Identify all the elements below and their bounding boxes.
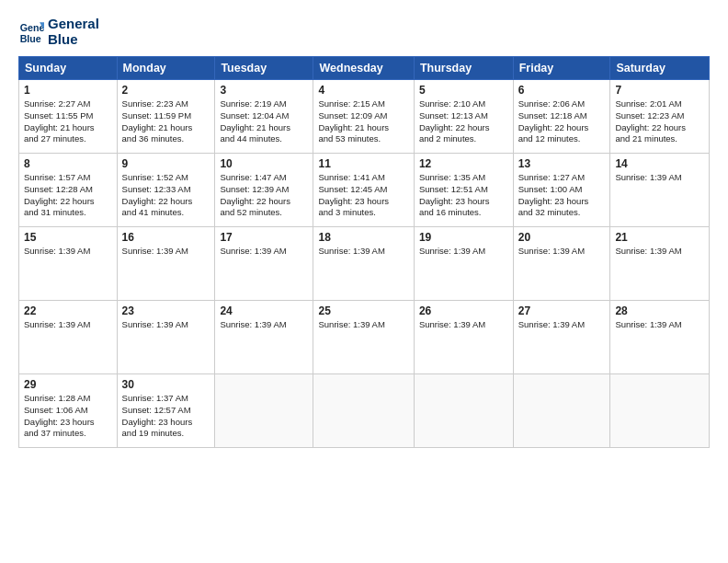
calendar-cell: 21Sunrise: 1:39 AM — [610, 227, 710, 301]
logo-icon: General Blue — [18, 19, 44, 45]
day-info: Sunrise: 1:39 AM — [518, 246, 606, 258]
day-info: Sunrise: 1:39 AM — [518, 319, 606, 331]
calendar-cell: 5Sunrise: 2:10 AM Sunset: 12:13 AM Dayli… — [414, 80, 513, 154]
calendar-cell: 28Sunrise: 1:39 AM — [610, 301, 710, 374]
calendar-cell — [215, 374, 313, 448]
day-info: Sunrise: 2:27 AM Sunset: 11:55 PM Daylig… — [24, 98, 112, 145]
calendar-cell: 10Sunrise: 1:47 AM Sunset: 12:39 AM Dayl… — [215, 154, 313, 227]
day-number: 16 — [122, 231, 210, 244]
day-number: 2 — [122, 84, 210, 97]
day-number: 1 — [24, 84, 112, 97]
day-number: 9 — [122, 157, 210, 170]
calendar-cell: 6Sunrise: 2:06 AM Sunset: 12:18 AM Dayli… — [513, 80, 610, 154]
page: General Blue General Blue SundayMondayTu… — [0, 0, 728, 563]
day-info: Sunrise: 1:37 AM Sunset: 12:57 AM Daylig… — [122, 393, 210, 440]
weekday-header-thursday: Thursday — [414, 57, 513, 80]
day-info: Sunrise: 2:23 AM Sunset: 11:59 PM Daylig… — [122, 98, 210, 145]
day-number: 25 — [318, 304, 408, 317]
day-number: 19 — [419, 231, 508, 244]
calendar-cell — [313, 374, 414, 448]
day-number: 6 — [518, 84, 606, 97]
calendar-cell: 12Sunrise: 1:35 AM Sunset: 12:51 AM Dayl… — [414, 154, 513, 227]
calendar-week-2: 8Sunrise: 1:57 AM Sunset: 12:28 AM Dayli… — [19, 154, 710, 227]
day-info: Sunrise: 1:39 AM — [419, 319, 508, 331]
calendar-cell: 11Sunrise: 1:41 AM Sunset: 12:45 AM Dayl… — [313, 154, 414, 227]
calendar-cell — [610, 374, 710, 448]
weekday-header-row: SundayMondayTuesdayWednesdayThursdayFrid… — [19, 57, 710, 80]
day-number: 15 — [24, 231, 112, 244]
day-info: Sunrise: 2:19 AM Sunset: 12:04 AM Daylig… — [220, 98, 308, 145]
day-info: Sunrise: 1:39 AM — [318, 319, 408, 331]
day-number: 10 — [220, 157, 308, 170]
day-info: Sunrise: 2:10 AM Sunset: 12:13 AM Daylig… — [419, 98, 508, 145]
calendar-cell: 15Sunrise: 1:39 AM — [19, 227, 118, 301]
calendar-cell: 23Sunrise: 1:39 AM — [117, 301, 215, 374]
weekday-header-sunday: Sunday — [19, 57, 118, 80]
calendar-cell: 13Sunrise: 1:27 AM Sunset: 1:00 AM Dayli… — [513, 154, 610, 227]
calendar-cell: 3Sunrise: 2:19 AM Sunset: 12:04 AM Dayli… — [215, 80, 313, 154]
day-number: 13 — [518, 157, 606, 170]
svg-text:Blue: Blue — [20, 32, 41, 43]
calendar-cell: 9Sunrise: 1:52 AM Sunset: 12:33 AM Dayli… — [117, 154, 215, 227]
day-info: Sunrise: 1:28 AM Sunset: 1:06 AM Dayligh… — [24, 393, 112, 440]
calendar-cell — [414, 374, 513, 448]
weekday-header-monday: Monday — [117, 57, 215, 80]
svg-text:General: General — [20, 22, 44, 33]
calendar-cell: 22Sunrise: 1:39 AM — [19, 301, 118, 374]
day-info: Sunrise: 1:39 AM — [24, 319, 112, 331]
day-number: 21 — [615, 231, 704, 244]
calendar-cell: 30Sunrise: 1:37 AM Sunset: 12:57 AM Dayl… — [117, 374, 215, 448]
day-info: Sunrise: 1:39 AM — [318, 246, 408, 258]
day-info: Sunrise: 1:39 AM — [615, 319, 704, 331]
day-number: 22 — [24, 304, 112, 317]
day-number: 8 — [24, 157, 112, 170]
day-number: 23 — [122, 304, 210, 317]
day-info: Sunrise: 1:39 AM — [122, 319, 210, 331]
weekday-header-saturday: Saturday — [610, 57, 710, 80]
day-number: 28 — [615, 304, 704, 317]
day-info: Sunrise: 1:47 AM Sunset: 12:39 AM Daylig… — [220, 172, 308, 219]
calendar-cell: 26Sunrise: 1:39 AM — [414, 301, 513, 374]
calendar-cell: 2Sunrise: 2:23 AM Sunset: 11:59 PM Dayli… — [117, 80, 215, 154]
calendar-table: SundayMondayTuesdayWednesdayThursdayFrid… — [18, 56, 710, 448]
day-info: Sunrise: 1:39 AM — [615, 172, 704, 184]
calendar-cell: 20Sunrise: 1:39 AM — [513, 227, 610, 301]
day-info: Sunrise: 1:39 AM — [122, 246, 210, 258]
day-number: 3 — [220, 84, 308, 97]
day-info: Sunrise: 2:15 AM Sunset: 12:09 AM Daylig… — [318, 98, 408, 145]
day-number: 5 — [419, 84, 508, 97]
day-info: Sunrise: 1:41 AM Sunset: 12:45 AM Daylig… — [318, 172, 408, 219]
calendar-week-1: 1Sunrise: 2:27 AM Sunset: 11:55 PM Dayli… — [19, 80, 710, 154]
logo: General Blue General Blue — [18, 17, 99, 47]
day-number: 7 — [615, 84, 704, 97]
calendar-cell: 1Sunrise: 2:27 AM Sunset: 11:55 PM Dayli… — [19, 80, 118, 154]
weekday-header-tuesday: Tuesday — [215, 57, 313, 80]
day-info: Sunrise: 1:39 AM — [220, 246, 308, 258]
calendar-cell: 7Sunrise: 2:01 AM Sunset: 12:23 AM Dayli… — [610, 80, 710, 154]
day-info: Sunrise: 1:39 AM — [24, 246, 112, 258]
calendar-cell: 14Sunrise: 1:39 AM — [610, 154, 710, 227]
day-info: Sunrise: 1:35 AM Sunset: 12:51 AM Daylig… — [419, 172, 508, 219]
day-info: Sunrise: 1:57 AM Sunset: 12:28 AM Daylig… — [24, 172, 112, 219]
day-number: 4 — [318, 84, 408, 97]
day-info: Sunrise: 2:01 AM Sunset: 12:23 AM Daylig… — [615, 98, 704, 145]
day-number: 29 — [24, 378, 112, 391]
calendar-cell: 16Sunrise: 1:39 AM — [117, 227, 215, 301]
calendar-cell: 8Sunrise: 1:57 AM Sunset: 12:28 AM Dayli… — [19, 154, 118, 227]
day-info: Sunrise: 1:39 AM — [615, 246, 704, 258]
day-number: 26 — [419, 304, 508, 317]
calendar-cell: 18Sunrise: 1:39 AM — [313, 227, 414, 301]
day-number: 20 — [518, 231, 606, 244]
day-info: Sunrise: 1:39 AM — [220, 319, 308, 331]
day-info: Sunrise: 1:52 AM Sunset: 12:33 AM Daylig… — [122, 172, 210, 219]
calendar-cell: 27Sunrise: 1:39 AM — [513, 301, 610, 374]
calendar-cell: 4Sunrise: 2:15 AM Sunset: 12:09 AM Dayli… — [313, 80, 414, 154]
day-number: 27 — [518, 304, 606, 317]
weekday-header-friday: Friday — [513, 57, 610, 80]
day-number: 11 — [318, 157, 408, 170]
day-number: 17 — [220, 231, 308, 244]
calendar-week-5: 29Sunrise: 1:28 AM Sunset: 1:06 AM Dayli… — [19, 374, 710, 448]
calendar-cell: 25Sunrise: 1:39 AM — [313, 301, 414, 374]
calendar-cell: 29Sunrise: 1:28 AM Sunset: 1:06 AM Dayli… — [19, 374, 118, 448]
day-info: Sunrise: 1:39 AM — [419, 246, 508, 258]
